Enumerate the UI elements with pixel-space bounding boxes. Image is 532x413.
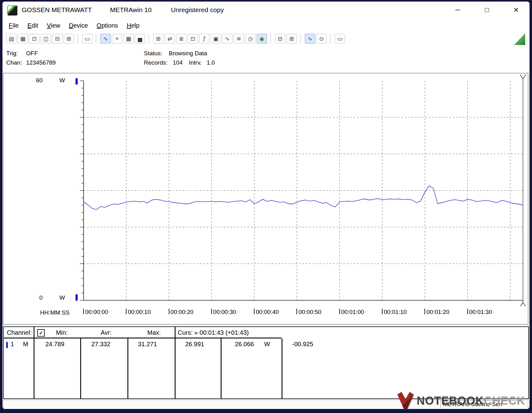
x-tick-label: 00:00:40 [254,309,279,315]
x-tick-label: 00:01:10 [382,309,407,315]
menu-file[interactable]: File [4,21,23,30]
x-tick-label: 00:00:10 [126,309,151,315]
export-display-icon[interactable]: ◫ [41,34,51,43]
min-header: Min: [56,329,68,336]
toolbar-separator [270,34,272,43]
toolbar-separator [149,34,150,43]
wave-high-icon[interactable]: ≋ [234,34,244,43]
print-icon[interactable]: ⊟ [275,34,285,43]
arrange-windows-icon[interactable]: ⊞ [153,34,163,43]
interval-label: Intrv. [189,59,202,66]
plot-area[interactable] [84,81,523,300]
stopwatch-icon[interactable]: ◉ [257,34,267,43]
zoom-search-icon[interactable]: ⊙ [316,34,327,43]
trig-value: OFF [26,50,38,57]
watermark-text-light: CHECK [484,394,525,407]
close-button-icon[interactable]: × [511,5,521,15]
cursor2-value: 26.066 [235,341,254,348]
title-bar: GOSSEN METRAWATT METRAwin 10 Unregistere… [2,2,530,20]
y-axis-unit-top: W [59,77,65,84]
toolbar-separator [300,34,301,43]
x-axis-tick-row: 00:00:0000:00:1000:00:2000:00:3000:00:40… [3,309,528,318]
toolbar-separator [77,34,79,43]
delta-value: -00.925 [292,341,313,348]
menu-view[interactable]: View [43,21,65,30]
cursor2-unit: W [264,341,270,348]
data-transfer-icon[interactable]: ⇄ [165,34,175,43]
toolbar-separator [330,34,331,43]
maximize-button-icon[interactable]: □ [482,5,492,15]
crosshair-icon[interactable]: ⌖ [112,34,122,43]
status-label: Status: [144,50,162,57]
export-report-icon[interactable]: ⊞ [64,34,74,43]
window-controls: ─ □ × [452,5,521,15]
channel-header: Channel: [7,329,32,336]
avr-value: 27.332 [91,341,110,348]
menu-options[interactable]: Options [92,21,122,30]
cursor-bottom-marker-icon [521,302,525,306]
interval-value: 1.0 [207,59,215,66]
trend-view-icon[interactable]: ∿ [100,34,111,43]
avr-header: Avr: [101,329,112,336]
menu-device[interactable]: Device [65,21,92,30]
channel-color-marker-top [76,78,78,84]
open-file-icon[interactable]: ⊡ [29,34,39,43]
watermark-text: NOTEBOOKCHECK [417,394,525,407]
channel-setup-icon[interactable]: ≣ [176,34,186,43]
notebookcheck-logo-icon [396,392,415,410]
column-divider [80,338,81,398]
cursor-top-marker-icon [520,75,526,79]
y-axis-max-label: 60 [30,77,43,84]
device-settings-icon[interactable]: ▣ [211,34,221,43]
column-divider [34,327,34,398]
channel-row-marker [6,342,8,348]
toolbar-separator [96,34,97,43]
print-preview-icon[interactable]: ⊞ [287,34,297,43]
power-trace-line [84,186,523,210]
save-all-icon[interactable]: ▦ [18,34,28,43]
app-logo-icon [7,6,17,16]
x-tick-label: 00:00:00 [83,309,108,315]
table-view-icon[interactable]: ▦ [123,34,134,43]
checkmark-icon: ✓ [39,330,43,336]
power-trend-chart[interactable] [84,81,523,300]
channel-visibility-checkbox[interactable]: ✓ [37,329,45,337]
column-divider [221,338,222,398]
export-data-icon[interactable]: ⊟ [52,34,62,43]
menu-edit[interactable]: Edit [23,21,42,30]
license-label: Unregistered copy [171,6,224,14]
x-tick-label: 00:01:20 [424,309,449,315]
monitor-icon[interactable]: ⊡ [188,34,198,43]
formula-icon[interactable]: ƒ [199,34,209,43]
save-icon[interactable]: ▤ [6,34,16,43]
clock-icon[interactable]: ◷ [245,34,255,43]
channel-mode: M [23,341,28,348]
trig-label: Trig: [6,50,18,57]
header-underline [4,338,282,338]
menu-help[interactable]: Help [122,21,144,30]
wave-low-icon[interactable]: ∿ [222,34,232,43]
x-tick-label: 00:00:30 [211,309,236,315]
annotation-icon[interactable]: ▭ [335,34,345,43]
x-tick-label: 00:00:50 [296,309,321,315]
y-axis-unit-bottom: W [59,294,65,301]
cursor1-value: 26.991 [185,341,204,348]
y-axis-min-label: 0 [30,294,43,301]
max-header: Max: [147,329,161,336]
toolbar: ▤▦⊡◫⊟⊞▭∿⌖▦▅⊞⇄≣⊡ƒ▣∿≋◷◉⊟⊞∿⊙▭ [2,31,530,48]
channel-number: 1 [11,341,14,348]
notebookcheck-watermark: NOTEBOOKCHECK [396,392,525,410]
app-window: GOSSEN METRAWATT METRAwin 10 Unregistere… [2,2,530,409]
records-value: 104 [173,59,183,66]
chart-panel: 60 W 0 W HH:MM:SS 00:00:0000:00:1000:00:… [3,73,528,324]
bar-graph-icon[interactable]: ▅ [135,34,145,43]
menu-bar: FileEditViewDeviceOptionsHelp [4,20,144,31]
minimize-button-icon[interactable]: ─ [452,5,463,15]
cursor-header: Curs: » 00:01:43 (+01:43) [178,329,249,336]
lcd-display-icon[interactable]: ▭ [82,34,92,43]
x-tick-label: 00:00:20 [169,309,194,315]
column-divider [127,338,128,398]
zoom-wave-icon[interactable]: ∿ [305,34,315,43]
records-label: Records: [144,59,167,66]
status-panel: Trig: OFF Chan: 123456789 Status: Browsi… [2,48,530,73]
